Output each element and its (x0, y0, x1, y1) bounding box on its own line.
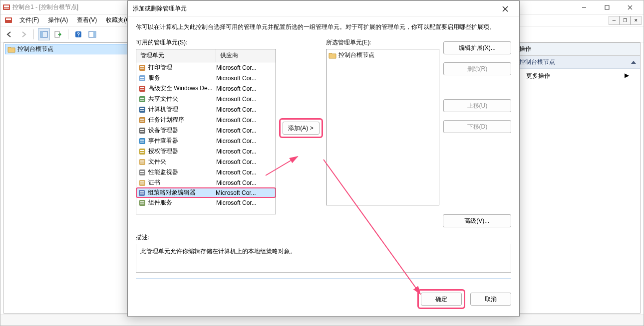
svg-rect-41 (140, 142, 144, 143)
snapin-name: 组策略对象编辑器 (148, 188, 196, 197)
col-vendor[interactable]: 供应商 (216, 49, 276, 62)
svg-rect-46 (140, 161, 144, 162)
snapin-vendor: Microsoft Cor... (216, 138, 276, 145)
snapin-name: 设备管理器 (148, 126, 178, 135)
svg-rect-15 (93, 31, 96, 37)
selected-root-node[interactable]: 控制台根节点 (326, 49, 439, 60)
snapin-vendor: Microsoft Cor... (216, 189, 275, 196)
dialog-instruction: 你可以在计算机上为此控制台选择可用的管理单元并配置所选的一组管理单元。对于可扩展… (136, 23, 511, 31)
minimize-button[interactable] (573, 0, 596, 14)
snapin-name: 任务计划程序 (148, 116, 184, 124)
svg-rect-30 (139, 107, 145, 113)
advanced-button[interactable]: 高级(V)... (443, 214, 511, 227)
snapin-vendor: Microsoft Cor... (216, 127, 276, 134)
ok-button-highlight: 确定 (417, 289, 465, 309)
snapin-row[interactable]: 事件查看器Microsoft Cor... (136, 136, 276, 146)
snapin-row[interactable]: 组件服务Microsoft Cor... (136, 197, 276, 208)
close-button[interactable] (619, 0, 642, 14)
svg-rect-53 (140, 183, 144, 184)
snapin-vendor: Microsoft Cor... (216, 169, 276, 176)
window-title: 控制台1 - [控制台根节点] (2, 3, 78, 11)
maximize-button[interactable] (596, 0, 619, 14)
snapin-row[interactable]: 任务计划程序Microsoft Cor... (136, 115, 276, 125)
svg-rect-31 (140, 108, 144, 109)
snapin-row[interactable]: 证书Microsoft Cor... (136, 177, 276, 188)
svg-rect-21 (139, 75, 145, 81)
mmc-doc-icon (4, 16, 12, 24)
selected-snapins-list[interactable]: 控制台根节点 (326, 49, 439, 205)
svg-rect-43 (140, 150, 144, 151)
menu-view[interactable]: 查看(V) (73, 15, 101, 25)
mmc-window: 控制台1 - [控制台根节点] 文件(F) 操作(A) 查看(V) 收藏夹(O)… (0, 0, 644, 326)
svg-rect-51 (139, 180, 145, 186)
export-button[interactable] (52, 28, 64, 40)
snapin-vendor: Microsoft Cor... (216, 148, 276, 155)
svg-rect-18 (139, 65, 145, 71)
snapin-icon (138, 127, 146, 135)
mdi-close-button[interactable]: ✕ (631, 16, 642, 25)
snapin-row[interactable]: 服务Microsoft Cor... (136, 73, 276, 83)
mdi-minimize-button[interactable]: ─ (609, 16, 620, 25)
snapin-row[interactable]: 组策略对象编辑器Microsoft Cor... (136, 187, 276, 198)
svg-rect-35 (140, 121, 144, 122)
snapin-icon (138, 148, 146, 156)
snapin-row[interactable]: 共享文件夹Microsoft Cor... (136, 94, 276, 104)
show-actions-button[interactable] (86, 28, 98, 40)
actions-more[interactable]: 更多操作 ▶ (515, 69, 640, 83)
snapin-row[interactable]: 计算机管理Microsoft Cor... (136, 104, 276, 115)
actions-more-label: 更多操作 (526, 72, 550, 79)
collapse-icon (631, 61, 636, 64)
snapin-row[interactable]: 文件夹Microsoft Cor... (136, 157, 276, 167)
remove-button[interactable]: 删除(R) (443, 62, 511, 75)
svg-rect-38 (140, 131, 144, 132)
actions-header: 操作 (515, 43, 640, 56)
snapin-row[interactable]: 授权管理器Microsoft Cor... (136, 146, 276, 157)
snapin-row[interactable]: 性能监视器Microsoft Cor... (136, 167, 276, 177)
show-tree-button[interactable] (38, 28, 50, 40)
svg-rect-23 (140, 79, 144, 80)
svg-rect-42 (139, 149, 145, 155)
help-button[interactable]: ? (72, 28, 84, 40)
add-remove-snapin-dialog: 添加或删除管理单元 你可以在计算机上为此控制台选择可用的管理单元并配置所选的一组… (127, 0, 520, 317)
ok-button[interactable]: 确定 (421, 293, 462, 306)
snapin-name: 共享文件夹 (148, 95, 178, 103)
snapin-vendor: Microsoft Cor... (216, 64, 276, 71)
snapin-vendor: Microsoft Cor... (216, 75, 276, 82)
tree-root-node[interactable]: 控制台根节点 (5, 44, 128, 54)
cancel-button[interactable]: 取消 (470, 293, 511, 306)
tree-root-label: 控制台根节点 (17, 45, 53, 53)
snapin-row[interactable]: 高级安全 Windows De...Microsoft Cor... (136, 83, 276, 94)
svg-rect-48 (139, 169, 145, 175)
snapin-row[interactable]: 设备管理器Microsoft Cor... (136, 125, 276, 136)
add-button[interactable]: 添加(A) > (283, 122, 320, 135)
list-header[interactable]: 管理单元 供应商 (136, 49, 276, 62)
tree-pane[interactable]: 控制台根节点 (3, 42, 129, 314)
dialog-titlebar[interactable]: 添加或删除管理单元 (128, 1, 519, 17)
snapin-vendor: Microsoft Cor... (216, 96, 276, 103)
svg-rect-52 (140, 181, 144, 182)
col-snapin[interactable]: 管理单元 (136, 49, 216, 62)
snapin-vendor: Microsoft Cor... (216, 159, 276, 165)
snapin-icon (138, 179, 146, 187)
snapin-row[interactable]: 打印管理Microsoft Cor... (136, 62, 276, 73)
mdi-restore-button[interactable]: ❐ (620, 16, 631, 25)
mmc-app-icon (2, 3, 10, 11)
svg-rect-54 (139, 190, 145, 196)
move-down-button[interactable]: 下移(D) (443, 120, 511, 133)
snapin-icon (138, 158, 146, 166)
move-up-button[interactable]: 上移(U) (443, 99, 511, 112)
menu-action[interactable]: 操作(A) (44, 15, 72, 25)
snapin-icon (138, 64, 146, 72)
actions-group[interactable]: 控制台根节点 (515, 56, 640, 69)
available-snapins-list[interactable]: 管理单元 供应商 打印管理Microsoft Cor...服务Microsoft… (136, 49, 276, 214)
edit-extensions-button[interactable]: 编辑扩展(X)... (443, 41, 511, 54)
nav-back-button[interactable] (3, 28, 15, 40)
dialog-separator (136, 279, 511, 279)
snapin-vendor: Microsoft Cor... (216, 117, 276, 124)
dialog-close-button[interactable] (496, 2, 514, 16)
menu-file[interactable]: 文件(F) (15, 15, 43, 25)
nav-forward-button[interactable] (17, 28, 29, 40)
svg-rect-33 (139, 117, 145, 123)
svg-rect-20 (140, 68, 144, 69)
svg-rect-36 (139, 128, 145, 134)
